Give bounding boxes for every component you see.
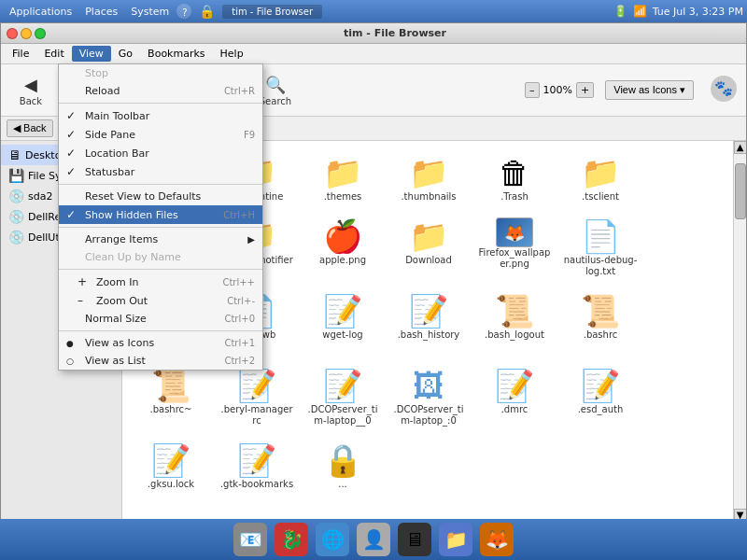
menu-label: Stop [85,67,249,79]
shortcut: Ctrl+2 [224,356,255,366]
shortcut: Ctrl+R [224,86,255,96]
menu-label: Reset View to Defaults [85,190,255,203]
check-icon: ✓ [66,128,79,141]
menu-item-stop[interactable]: Stop [59,64,262,82]
shortcut: Ctrl+H [223,210,255,220]
menu-item-statusbar[interactable]: ✓ Statusbar [59,162,262,181]
menu-item-reset-view[interactable]: Reset View to Defaults [59,188,262,205]
check-icon: ✓ [66,165,79,178]
submenu-arrow: ▶ [247,234,255,245]
menu-label: Statusbar [85,166,255,178]
view-menu-dropdown: Stop Reload Ctrl+R ✓ Main Toolbar ✓ Side… [58,63,263,371]
menu-separator [59,184,262,185]
shortcut: Ctrl+- [227,296,255,306]
menu-label: Clean Up by Name [85,251,255,263]
menu-label: Side Pane [85,129,238,141]
menu-item-arrange[interactable]: Arrange Items ▶ [59,231,262,248]
menu-label: Main Toolbar [85,110,255,122]
menu-label: Reload [85,85,218,97]
check-icon: ✓ [66,109,79,122]
menu-label: Show Hidden Files [85,209,218,221]
menu-item-zoom-out[interactable]: – Zoom Out Ctrl+- [59,291,262,310]
menu-label: Zoom Out [96,295,221,307]
menu-label: Location Bar [85,147,255,160]
menu-label: View as Icons [85,337,218,349]
menu-item-cleanup[interactable]: Clean Up by Name [59,248,262,266]
shortcut: Ctrl+1 [224,338,255,348]
menu-item-zoom-in[interactable]: + Zoom In Ctrl++ [59,273,262,291]
menu-item-location-bar[interactable]: ✓ Location Bar [59,144,262,162]
menu-label: Arrange Items [85,233,242,245]
menu-separator [59,269,262,270]
dropdown-overlay: Stop Reload Ctrl+R ✓ Main Toolbar ✓ Side… [0,0,747,560]
radio-icon: ○ [66,357,79,366]
check-icon: ✓ [66,208,79,221]
menu-label: View as List [85,355,218,367]
check-icon: + [78,275,91,288]
menu-item-main-toolbar[interactable]: ✓ Main Toolbar [59,106,262,125]
shortcut: F9 [244,130,255,140]
menu-item-show-hidden[interactable]: ✓ Show Hidden Files Ctrl+H [59,205,262,224]
check-icon: – [78,294,91,307]
menu-item-side-pane[interactable]: ✓ Side Pane F9 [59,125,262,144]
menu-separator [59,330,262,331]
check-icon: ✓ [66,147,79,160]
menu-label: Zoom In [96,276,217,288]
shortcut: Ctrl+0 [224,314,255,324]
shortcut: Ctrl++ [222,277,255,287]
menu-label: Normal Size [85,313,218,325]
menu-item-reload[interactable]: Reload Ctrl+R [59,82,262,100]
menu-item-view-icons[interactable]: ● View as Icons Ctrl+1 [59,334,262,352]
menu-item-normal-size[interactable]: Normal Size Ctrl+0 [59,310,262,328]
menu-separator [59,103,262,104]
menu-item-view-list[interactable]: ○ View as List Ctrl+2 [59,352,262,370]
radio-icon: ● [66,339,79,348]
menu-separator [59,227,262,228]
